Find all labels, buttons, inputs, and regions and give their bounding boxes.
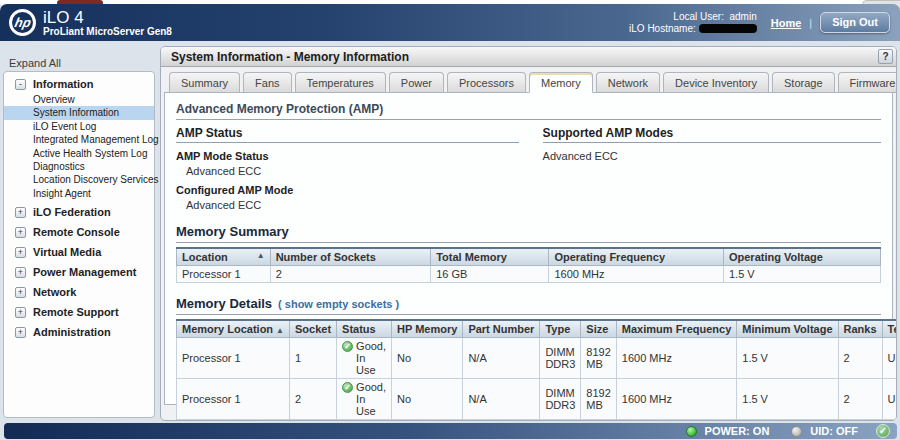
sidebar-item-active-health-system-log[interactable]: Active Health System Log [4, 147, 154, 160]
tab-firmware[interactable]: Firmware [838, 72, 897, 93]
expand-toggle-icon[interactable]: + [15, 287, 26, 298]
memory-summary-table: Location▲ Number of Sockets Total Memory… [176, 247, 881, 283]
column-header-ranks[interactable]: Ranks [838, 320, 882, 338]
sign-out-button[interactable]: Sign Out [820, 12, 890, 33]
sidebar-item-system-information[interactable]: System Information [4, 106, 154, 119]
expand-all-link[interactable]: Expand All [9, 57, 61, 69]
sidebar-item-information[interactable]: - Information [4, 77, 154, 91]
sidebar-item-location-discovery-services[interactable]: Location Discovery Services [4, 173, 154, 186]
sidebar-item-overview[interactable]: Overview [4, 93, 154, 106]
cell-technology: UDIMM [882, 338, 897, 379]
sidebar-section-remote-support: + Remote Support [4, 304, 154, 320]
tab-processors[interactable]: Processors [447, 72, 526, 93]
tab-device-inventory[interactable]: Device Inventory [663, 72, 769, 93]
expand-toggle-icon[interactable]: + [15, 307, 26, 318]
column-header-type[interactable]: Type [540, 320, 581, 338]
column-header-status[interactable]: Status [337, 320, 392, 338]
column-header-technology[interactable]: Technology [882, 320, 897, 338]
navigation-sidebar: - Information Overview System Informatio… [3, 71, 155, 418]
sort-asc-icon: ▲ [276, 326, 284, 335]
column-header-part-number[interactable]: Part Number [463, 320, 540, 338]
memory-details-title: Memory Details [176, 296, 272, 311]
cell-part-number: N/A [463, 379, 540, 420]
cell-location: Processor 1 [177, 266, 271, 283]
sidebar-item-label[interactable]: Remote Console [33, 226, 120, 238]
column-header-hp-memory[interactable]: HP Memory [392, 320, 463, 338]
header-divider: | [809, 17, 812, 29]
expand-toggle-icon[interactable]: + [15, 227, 26, 238]
tab-summary[interactable]: Summary [169, 72, 240, 93]
product-name: iLO 4 [43, 9, 172, 26]
tab-power[interactable]: Power [389, 72, 444, 93]
column-header-memory-location[interactable]: Memory Location▲ [177, 320, 290, 338]
tab-bar: Summary Fans Temperatures Power Processo… [161, 67, 896, 93]
home-link[interactable]: Home [771, 17, 802, 29]
sidebar-item-label[interactable]: Virtual Media [33, 246, 101, 258]
cell-total-memory: 16 GB [431, 266, 549, 283]
column-header-location[interactable]: Location▲ [177, 248, 271, 266]
local-user-label: Local User: [673, 11, 724, 22]
tab-fans[interactable]: Fans [243, 72, 291, 93]
amp-section-title: Advanced Memory Protection (AMP) [176, 102, 881, 120]
cell-operating-voltage: 1.5 V [723, 266, 880, 283]
amp-columns: AMP Status AMP Mode Status Advanced ECC … [176, 126, 881, 211]
sidebar-item-integrated-management-log[interactable]: Integrated Management Log [4, 133, 154, 146]
cell-status: ✓ Good, In Use [337, 338, 392, 379]
show-empty-sockets-link[interactable]: ( show empty sockets ) [278, 298, 399, 310]
collapse-toggle-icon[interactable]: - [15, 79, 26, 90]
sidebar-item-diagnostics[interactable]: Diagnostics [4, 160, 154, 173]
status-ok-icon: ✓ [342, 341, 353, 352]
sidebar-item-label[interactable]: Information [33, 78, 94, 90]
brand-block: iLO 4 ProLiant MicroServer Gen8 [43, 9, 172, 37]
sidebar-item-ilo-event-log[interactable]: iLO Event Log [4, 120, 154, 133]
cell-sockets: 2 [270, 266, 431, 283]
cell-part-number: N/A [463, 338, 540, 379]
supported-amp-modes-title: Supported AMP Modes [543, 126, 881, 143]
expand-toggle-icon[interactable]: + [15, 247, 26, 258]
column-header-number-of-sockets[interactable]: Number of Sockets [270, 248, 431, 266]
cell-minimum-voltage: 1.5 V [737, 338, 838, 379]
summary-header-row: Location▲ Number of Sockets Total Memory… [177, 248, 881, 266]
column-header-minimum-voltage[interactable]: Minimum Voltage [737, 320, 838, 338]
sidebar-item-insight-agent[interactable]: Insight Agent [4, 187, 154, 200]
status-text: Good, In Use [356, 381, 386, 417]
help-button[interactable]: ? [878, 49, 893, 64]
cell-size: 8192 MB [581, 338, 616, 379]
expand-toggle-icon[interactable]: + [15, 267, 26, 278]
column-header-size[interactable]: Size [581, 320, 616, 338]
uid-status: UID: OFF [810, 425, 858, 437]
hostname-label: iLO Hostname: [629, 23, 696, 35]
column-header-operating-frequency[interactable]: Operating Frequency [549, 248, 724, 266]
expand-toggle-icon[interactable]: + [15, 327, 26, 338]
tab-temperatures[interactable]: Temperatures [295, 72, 386, 93]
tab-network[interactable]: Network [596, 72, 660, 93]
uid-led-icon[interactable] [791, 426, 802, 437]
sidebar-item-label[interactable]: Administration [33, 326, 111, 338]
column-header-total-memory[interactable]: Total Memory [431, 248, 549, 266]
sidebar-section-power-management: + Power Management [4, 264, 154, 280]
sidebar-item-label[interactable]: Network [33, 286, 76, 298]
column-header-socket[interactable]: Socket [290, 320, 337, 338]
sidebar-item-label[interactable]: iLO Federation [33, 206, 111, 218]
app-header: hp iLO 4 ProLiant MicroServer Gen8 Local… [0, 4, 900, 41]
cell-type: DIMM DDR3 [540, 379, 581, 420]
status-bar: POWER: ON UID: OFF ✓ [4, 423, 897, 439]
cell-maximum-frequency: 1600 MHz [616, 379, 736, 420]
tab-storage[interactable]: Storage [772, 72, 835, 93]
cell-size: 8192 MB [581, 379, 616, 420]
column-header-maximum-frequency[interactable]: Maximum Frequency [616, 320, 736, 338]
cell-minimum-voltage: 1.5 V [737, 379, 838, 420]
expand-toggle-icon[interactable]: + [15, 207, 26, 218]
amp-mode-status-value: Advanced ECC [176, 165, 519, 177]
tab-memory[interactable]: Memory [529, 72, 593, 93]
details-header-row: Memory Location▲ Socket Status HP Memory… [177, 320, 898, 338]
supported-amp-column: Supported AMP Modes Advanced ECC [543, 126, 881, 211]
memory-summary-title: Memory Summary [176, 224, 289, 239]
sidebar-item-label[interactable]: Remote Support [33, 306, 119, 318]
cell-operating-frequency: 1600 MHz [549, 266, 724, 283]
sidebar-item-label[interactable]: Power Management [33, 266, 136, 278]
sidebar-section-remote-console: + Remote Console [4, 224, 154, 240]
column-header-operating-voltage[interactable]: Operating Voltage [723, 248, 880, 266]
cell-type: DIMM DDR3 [540, 338, 581, 379]
health-ok-icon[interactable]: ✓ [876, 424, 890, 438]
